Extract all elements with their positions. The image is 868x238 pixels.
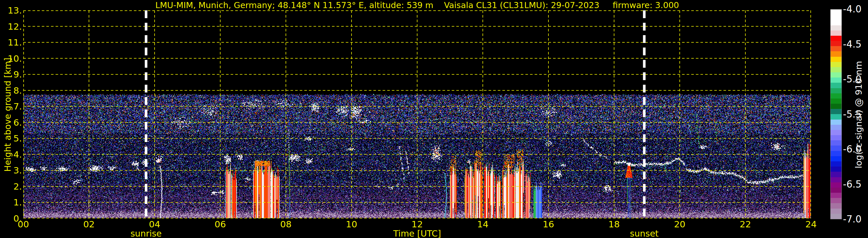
- colorbar-step: [831, 67, 841, 72]
- colorbar-step: [831, 114, 841, 119]
- x-tick-label: 20: [674, 219, 685, 229]
- colorbar-step: [831, 193, 841, 198]
- colorbar-step: [831, 177, 841, 182]
- colorbar-step: [831, 198, 841, 203]
- x-tick-label: 14: [477, 219, 488, 229]
- colorbar-step: [831, 36, 841, 41]
- colorbar-step: [831, 88, 841, 93]
- y-tick-label: 2.: [0, 181, 22, 191]
- colorbar-step: [831, 15, 841, 20]
- y-tick-label: 13.: [0, 5, 22, 16]
- x-tick-label: 16: [543, 219, 554, 229]
- colorbar-step: [831, 125, 841, 130]
- colorbar-step: [831, 130, 841, 135]
- colorbar-step: [831, 109, 841, 114]
- y-tick-label: 4.: [0, 149, 22, 160]
- x-tick-label: 10: [346, 219, 357, 229]
- y-tick-label: 5.: [0, 133, 22, 144]
- colorbar-step: [831, 46, 841, 51]
- x-tick-label: 00: [18, 219, 29, 229]
- colorbar-step: [831, 20, 841, 25]
- colorbar-step: [831, 83, 841, 88]
- colorbar-step: [831, 187, 841, 193]
- colorbar-step: [831, 62, 841, 67]
- colorbar-step: [831, 203, 841, 208]
- y-tick-label: 3.: [0, 165, 22, 176]
- colorbar: [830, 9, 842, 219]
- colorbar-tick-label: -4.0: [843, 4, 861, 15]
- y-tick-label: 10.: [0, 53, 22, 64]
- x-tick-label: 08: [280, 219, 291, 229]
- y-tick-label: 7.: [0, 101, 22, 112]
- x-tick-label: 02: [83, 219, 94, 229]
- colorbar-step: [831, 9, 841, 15]
- colorbar-step: [831, 120, 841, 125]
- y-tick-label: 1.: [0, 197, 22, 207]
- colorbar-step: [831, 167, 841, 172]
- sunset-label: sunset: [630, 229, 659, 238]
- y-tick-label: 12.: [0, 21, 22, 32]
- colorbar-step: [831, 98, 841, 104]
- y-tick-label: 11.: [0, 37, 22, 48]
- colorbar-step: [831, 41, 841, 46]
- x-tick-label: 04: [149, 219, 160, 229]
- colorbar-step: [831, 182, 841, 187]
- sunrise-label: sunrise: [130, 229, 161, 238]
- colorbar-tick-label: -7.0: [843, 214, 861, 225]
- plot-title: LMU-MIM, Munich, Germany; 48.148° N 11.5…: [23, 0, 811, 10]
- x-tick-label: 24: [805, 219, 816, 229]
- colorbar-tick-label: -4.5: [843, 39, 861, 50]
- colorbar-tick-label: -6.5: [843, 179, 861, 190]
- x-tick-label: 22: [740, 219, 751, 229]
- colorbar-step: [831, 72, 841, 78]
- y-tick-label: 8.: [0, 85, 22, 96]
- y-tick-label: 9.: [0, 69, 22, 80]
- y-tick-label: 6.: [0, 117, 22, 128]
- colorbar-step: [831, 135, 841, 140]
- colorbar-step: [831, 140, 841, 146]
- colorbar-step: [831, 93, 841, 98]
- colorbar-step: [831, 161, 841, 167]
- x-tick-label: 18: [608, 219, 620, 229]
- ceilometer-quicklook-figure: LMU-MIM, Munich, Germany; 48.148° N 11.5…: [0, 0, 868, 238]
- colorbar-step: [831, 156, 841, 161]
- x-tick-label: 06: [215, 219, 226, 229]
- colorbar-step: [831, 31, 841, 36]
- colorbar-step: [831, 78, 841, 83]
- colorbar-step: [831, 104, 841, 109]
- x-tick-label: 12: [411, 219, 423, 229]
- colorbar-step: [831, 172, 841, 177]
- colorbar-step: [831, 25, 841, 31]
- colorbar-label: log(rc-signal) @ 910 nm: [853, 61, 864, 168]
- heatmap-canvas: [23, 10, 811, 218]
- colorbar-step: [831, 214, 841, 219]
- colorbar-step: [831, 51, 841, 57]
- colorbar-step: [831, 57, 841, 62]
- colorbar-step: [831, 209, 841, 214]
- colorbar-step: [831, 146, 841, 151]
- colorbar-step: [831, 151, 841, 156]
